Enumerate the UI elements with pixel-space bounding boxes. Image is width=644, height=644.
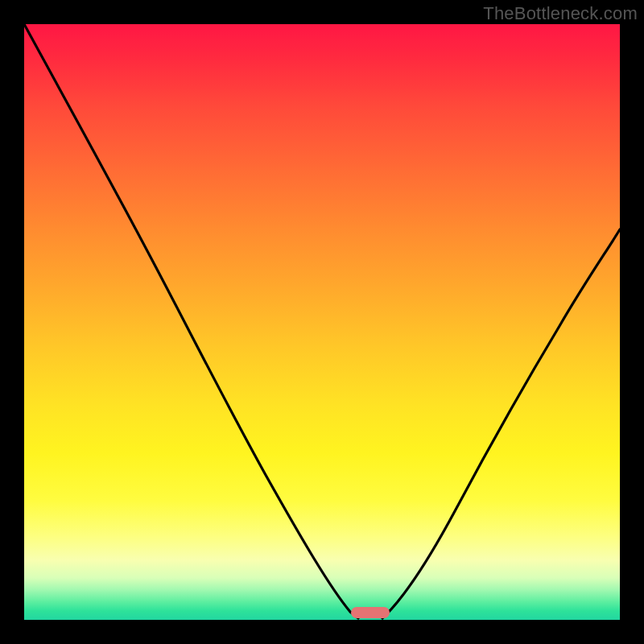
watermark-text: TheBottleneck.com	[483, 3, 638, 24]
min-marker	[351, 607, 390, 618]
curve-right-branch	[382, 229, 620, 618]
chart-container: TheBottleneck.com	[0, 0, 644, 644]
bottleneck-curve	[24, 24, 620, 620]
curve-left-branch	[24, 24, 358, 618]
plot-area	[24, 24, 620, 620]
